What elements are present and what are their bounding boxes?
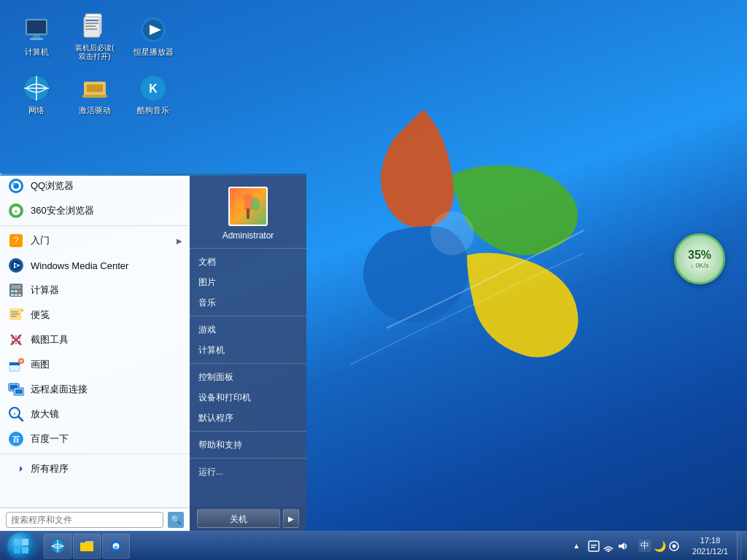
baidu-icon: 百 <box>7 430 25 448</box>
360-browser-label: 360安全浏览器 <box>31 204 182 217</box>
menu-item-calculator[interactable]: 计算器 <box>0 278 190 303</box>
svg-point-37 <box>15 264 18 267</box>
right-separator-2 <box>190 363 306 364</box>
svg-rect-39 <box>11 285 21 289</box>
desktop-icon-computer[interactable]: 计算机 <box>7 7 66 66</box>
taskbar-globe[interactable] <box>44 534 71 559</box>
desktop-icon-activate[interactable]: 激活驱动 <box>66 66 124 124</box>
right-menu-games[interactable]: 游戏 <box>190 319 306 340</box>
svg-rect-82 <box>591 545 597 546</box>
svg-point-87 <box>673 544 676 548</box>
kugou-label: 酷狗音乐 <box>137 106 169 115</box>
search-input[interactable] <box>6 512 163 528</box>
shutdown-button[interactable]: 关机 <box>197 509 280 528</box>
kugou-icon: K <box>139 74 168 103</box>
run-label: 运行... <box>198 466 223 478</box>
desktop: 35% ↓ 0K/s 计算机 <box>0 0 747 560</box>
paint-label: 画图 <box>31 358 182 371</box>
taskbar-ie[interactable]: e <box>102 534 130 559</box>
svg-rect-74 <box>247 209 249 219</box>
svg-rect-49 <box>11 311 18 313</box>
menu-item-all-programs[interactable]: 所有程序 <box>0 456 190 481</box>
windows-logo <box>277 73 584 379</box>
activate-driver-icon <box>80 74 109 103</box>
network-tray-icon[interactable] <box>602 540 615 553</box>
clock-date: 2021/12/1 <box>692 546 728 556</box>
menu-separator-2 <box>0 454 190 454</box>
sticky-notes-icon <box>7 306 25 324</box>
help-support-label: 帮助和支持 <box>198 439 242 451</box>
right-menu-pictures[interactable]: 图片 <box>190 272 306 292</box>
globe-icon <box>50 539 65 553</box>
volume-tray-icon[interactable] <box>616 540 630 553</box>
media-player-icon <box>139 15 168 44</box>
svg-line-65 <box>18 416 23 421</box>
svg-rect-12 <box>85 20 98 21</box>
svg-rect-45 <box>18 294 21 296</box>
settings-tray-icon[interactable] <box>667 540 681 553</box>
net-percent: 35% <box>688 249 711 262</box>
svg-rect-42 <box>18 290 21 292</box>
action-center-icon[interactable] <box>587 540 600 553</box>
clock-area[interactable]: 17:18 2021/12/1 <box>686 535 734 556</box>
svg-rect-15 <box>85 28 97 30</box>
net-speed-value: ↓ 0K/s <box>690 262 708 269</box>
menu-item-remote-desktop[interactable]: 远程桌面连接 <box>0 377 190 402</box>
svg-rect-41 <box>15 290 18 292</box>
music-label: 音乐 <box>198 297 216 309</box>
right-menu-music[interactable]: 音乐 <box>190 292 306 313</box>
right-menu-control-panel[interactable]: 控制面板 <box>190 367 306 387</box>
desktop-icon-row-1: 计算机 <box>7 7 182 66</box>
user-section: Administrator <box>190 179 306 249</box>
start-button[interactable] <box>1 532 41 561</box>
svg-rect-4 <box>30 38 43 40</box>
ime-indicator[interactable]: 中 <box>638 540 651 552</box>
menu-item-getting-started[interactable]: ? 入门 ▶ <box>0 228 190 253</box>
shutdown-arrow-button[interactable]: ▶ <box>283 509 299 528</box>
desktop-icon-network[interactable]: 网络 <box>7 66 66 124</box>
taskbar-folder[interactable] <box>73 534 101 559</box>
menu-item-360-browser[interactable]: e 360安全浏览器 <box>0 198 190 223</box>
remote-desktop-icon <box>7 381 25 398</box>
menu-item-snipping-tool[interactable]: 截图工具 <box>0 327 190 352</box>
show-desktop-button[interactable] <box>737 532 743 561</box>
user-avatar[interactable] <box>228 187 268 226</box>
menu-item-media-center[interactable]: Windows Media Center <box>0 253 190 278</box>
right-separator-4 <box>190 458 306 459</box>
notification-area <box>584 540 632 553</box>
menu-item-paint[interactable]: 画图 <box>0 352 190 377</box>
desktop-icon-row-2: 网络 激活驱动 K <box>7 66 182 124</box>
paint-icon <box>7 356 25 373</box>
right-menu-documents[interactable]: 文档 <box>190 252 306 272</box>
moon-icon[interactable]: 🌙 <box>653 540 666 553</box>
right-menu-default-programs[interactable]: 默认程序 <box>190 408 306 428</box>
qq-browser-icon <box>7 177 25 195</box>
desktop-icons-container: 计算机 <box>7 7 182 124</box>
folder-icon <box>80 539 94 553</box>
svg-rect-22 <box>87 85 103 92</box>
all-programs-label: 所有程序 <box>31 462 182 475</box>
right-menu-devices-printers[interactable]: 设备和打印机 <box>190 387 306 408</box>
svg-rect-81 <box>589 541 599 551</box>
sticky-notes-label: 便笺 <box>31 308 182 322</box>
svg-rect-40 <box>11 290 14 292</box>
desktop-icon-media-player[interactable]: 恒星播放器 <box>124 7 182 66</box>
user-name-label: Administrator <box>222 230 274 241</box>
start-menu-left-panel: QQ浏览器 e 360安全浏览器 <box>0 174 190 531</box>
right-menu-help[interactable]: 帮助和支持 <box>190 435 306 455</box>
right-menu-run[interactable]: 运行... <box>190 462 306 482</box>
menu-item-sticky-notes[interactable]: 便笺 <box>0 303 190 327</box>
menu-item-qq-browser[interactable]: QQ浏览器 <box>0 174 190 198</box>
show-hidden-icons[interactable]: ▲ <box>571 542 581 550</box>
computer-icon <box>22 15 51 44</box>
desktop-icon-kugou[interactable]: K 酷狗音乐 <box>124 66 182 124</box>
search-button[interactable]: 🔍 <box>168 512 184 528</box>
media-center-icon <box>7 257 25 274</box>
computer-icon-label: 计算机 <box>25 47 49 57</box>
search-bar: 🔍 <box>0 508 190 531</box>
start-menu-right-panel: Administrator 文档 图片 音乐 游戏 计算机 控制面板 <box>190 174 306 531</box>
menu-item-baidu[interactable]: 百 百度一下 <box>0 427 190 451</box>
menu-item-magnifier[interactable]: + 放大镜 <box>0 402 190 427</box>
desktop-icon-setup[interactable]: 装机后必读( 双击打开) <box>66 7 124 66</box>
right-menu-computer[interactable]: 计算机 <box>190 340 306 360</box>
